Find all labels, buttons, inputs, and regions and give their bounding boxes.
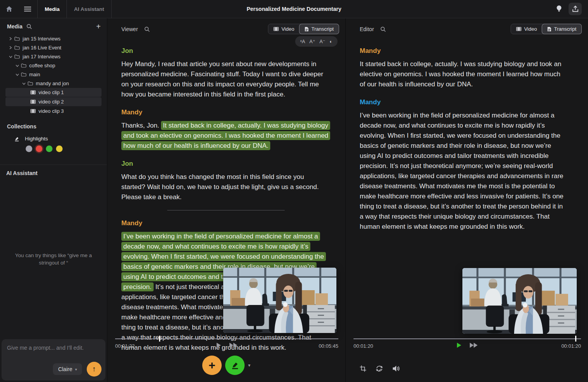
play-icon[interactable] <box>456 342 462 349</box>
tree-item-folder[interactable]: jan 17 Interviews <box>5 52 102 61</box>
editor-timeline-scrubber[interactable] <box>354 338 581 339</box>
document-icon <box>304 27 309 32</box>
play-icon[interactable] <box>215 342 222 349</box>
chevron-down-icon[interactable] <box>14 64 20 67</box>
folder-icon <box>14 37 20 41</box>
tree-item-folder[interactable]: jan 16 Live Event <box>5 43 102 52</box>
replace-icon[interactable] <box>376 365 383 372</box>
folder-icon <box>21 63 26 68</box>
highlight-options-caret[interactable]: ▾ <box>248 363 250 368</box>
chevron-right-icon[interactable] <box>8 37 13 40</box>
viewer-search-icon[interactable] <box>144 26 150 32</box>
contrast-icon[interactable]: ◐ <box>329 39 332 44</box>
speaker-label: Jon <box>121 159 331 169</box>
text-format-pill: ˣA A⁺ A⁻ ◐ <box>295 36 338 47</box>
highlight-dot-gray[interactable] <box>26 145 32 152</box>
fast-forward-icon[interactable] <box>469 342 479 349</box>
highlight-dot-green[interactable] <box>46 145 52 152</box>
font-decrease-icon[interactable]: A⁻ <box>320 39 326 44</box>
add-media-icon[interactable]: + <box>96 24 101 29</box>
editor-panel: Editor Video Transcript Mandy It started… <box>346 18 588 382</box>
highlight-dot-red[interactable] <box>36 145 42 152</box>
viewer-timeline-scrubber[interactable] <box>115 338 338 339</box>
transcript-tab-label: Transcript <box>554 26 576 32</box>
ai-assistant-title: AI Assistant <box>6 170 37 176</box>
editor-transcript: Mandy It started back in college, actual… <box>346 34 569 232</box>
viewer-video-tab[interactable]: Video <box>268 24 299 34</box>
folder-icon <box>28 81 33 86</box>
chevron-right-icon[interactable] <box>8 46 13 49</box>
tree-item-label: coffee shop <box>29 63 55 68</box>
media-search-icon[interactable] <box>26 24 32 29</box>
viewer-playhead[interactable] <box>159 336 160 342</box>
editor-search-icon[interactable] <box>380 26 386 32</box>
font-increase-icon[interactable]: A⁺ <box>310 39 315 44</box>
filmstrip-icon <box>30 109 36 113</box>
add-to-timeline-button[interactable]: + <box>202 356 222 375</box>
filmstrip-icon <box>30 90 36 95</box>
highlights-collection[interactable]: Highlights <box>7 136 100 142</box>
menu-icon[interactable] <box>18 7 37 12</box>
tree-item-folder[interactable]: jan 15 Interviews <box>5 34 102 43</box>
editor-view-toggle: Video Transcript <box>511 24 582 34</box>
highlight-button[interactable] <box>225 356 245 375</box>
video-tab-label: Video <box>282 26 294 32</box>
editor-video-tab[interactable]: Video <box>511 24 542 34</box>
tree-item-label: jan 16 Live Event <box>23 45 61 51</box>
transcript-paragraph[interactable]: What do you think has changed the most i… <box>121 172 329 202</box>
viewer-view-toggle: Video Transcript <box>268 24 339 34</box>
fast-forward-icon[interactable] <box>228 342 238 349</box>
speaker-label: Mandy <box>121 107 331 117</box>
speaker-label: Jon <box>121 46 331 56</box>
translate-icon[interactable]: ˣA <box>300 39 305 44</box>
prompt-box: Claire ▾ ↑ <box>2 339 105 380</box>
tree-item-label: jan 15 Interviews <box>23 36 61 42</box>
home-icon[interactable] <box>0 6 18 12</box>
filmstrip-icon <box>273 27 279 31</box>
transcript-paragraph[interactable]: It started back in college, actually. I … <box>360 59 567 89</box>
folder-icon <box>14 54 20 59</box>
folder-icon <box>21 72 26 77</box>
filmstrip-icon <box>516 27 522 31</box>
editor-video-thumbnail[interactable] <box>462 268 577 334</box>
lightbulb-icon[interactable] <box>552 3 565 15</box>
highlight-dot-yellow[interactable] <box>56 145 63 152</box>
editor-transcript-tab[interactable]: Transcript <box>542 24 581 34</box>
tree-item-clip[interactable]: video clip 2 <box>5 97 102 106</box>
transcript-paragraph[interactable]: Hey Mandy, I read that article you sent … <box>121 59 329 100</box>
voice-select-button[interactable]: Claire ▾ <box>53 363 82 375</box>
tree-item-label: jan 17 Interviews <box>23 54 61 60</box>
tab-ai-assistant[interactable]: AI Assistant <box>67 0 111 18</box>
transcript-paragraph[interactable]: I’ve been working in the field of person… <box>360 110 567 232</box>
viewer-transcript-tab[interactable]: Transcript <box>299 24 339 34</box>
media-pane-title: Media <box>7 23 23 30</box>
viewer-video-thumbnail[interactable] <box>223 268 336 333</box>
chevron-down-icon[interactable] <box>21 82 26 85</box>
editor-playhead[interactable] <box>575 336 576 342</box>
voice-label: Claire <box>58 366 72 372</box>
tab-media[interactable]: Media <box>38 0 66 18</box>
volume-icon[interactable] <box>392 365 400 372</box>
ai-assistant-hint: You can try things like “give me a strin… <box>0 180 107 338</box>
tree-item-label: video clip 3 <box>38 108 64 114</box>
up-arrow-icon: ↑ <box>92 365 96 373</box>
chevron-down-icon[interactable] <box>14 73 20 76</box>
tree-item-folder[interactable]: coffee shop <box>5 61 102 70</box>
tree-item-clip[interactable]: video clip 3 <box>5 107 102 116</box>
tree-item-folder[interactable]: main <box>5 70 102 79</box>
export-icon[interactable] <box>569 3 582 15</box>
media-tree: jan 15 Interviews jan 16 Live Event jan … <box>0 33 107 116</box>
tree-item-folder[interactable]: mandy and jon <box>5 79 102 88</box>
chevron-down-icon[interactable] <box>8 55 13 58</box>
tree-item-label: video clip 1 <box>38 89 64 95</box>
prompt-input[interactable] <box>2 339 105 362</box>
filmstrip-icon <box>30 100 36 104</box>
tree-item-clip[interactable]: video clip 1 <box>5 88 102 97</box>
crop-icon[interactable] <box>360 365 366 372</box>
viewer-panel: Viewer Video Transcript ˣA A⁺ A⁻ ◐ Jon H… <box>107 18 346 382</box>
send-prompt-button[interactable]: ↑ <box>87 362 102 377</box>
speaker-label: Mandy <box>360 46 569 56</box>
divider <box>111 0 112 18</box>
collections-section: Collections Highlights <box>0 116 107 152</box>
transcript-paragraph[interactable]: Thanks, Jon. It started back in college,… <box>121 121 329 151</box>
